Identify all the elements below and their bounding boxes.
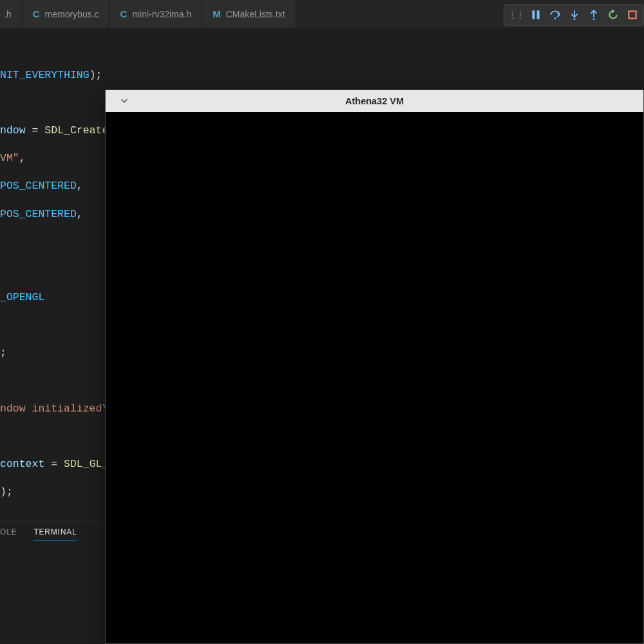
debug-toolbar: ⋮⋮ (504, 4, 644, 26)
code-token: ndow (0, 124, 26, 137)
code-token: NIT_EVERYTHING (0, 69, 90, 81)
tab-header-h[interactable]: .h (0, 0, 23, 28)
step-out-icon[interactable] (588, 9, 601, 21)
svg-point-6 (593, 18, 595, 20)
vm-titlebar[interactable]: Athena32 VM (106, 90, 643, 112)
svg-rect-7 (629, 11, 636, 18)
panel-tab-console[interactable]: OLE (0, 527, 17, 541)
tab-cmakelists[interactable]: M CMakeLists.txt (202, 0, 296, 28)
code-token: ); (0, 486, 13, 498)
tab-label: CMakeLists.txt (226, 9, 285, 19)
c-file-icon: C (33, 8, 40, 19)
restart-icon[interactable] (607, 9, 620, 21)
code-token: , (77, 180, 83, 192)
code-token: = (44, 458, 64, 470)
step-over-icon[interactable] (549, 9, 562, 21)
tab-memorybus[interactable]: C memorybus.c (23, 0, 110, 28)
code-token: POS_CENTERED (0, 208, 77, 220)
tab-label: .h (4, 9, 12, 19)
svg-rect-1 (537, 10, 540, 19)
tab-label: mini-rv32ima.h (132, 9, 191, 19)
code-token: SDL_GL_ (64, 458, 108, 470)
tab-mini-rv32ima[interactable]: C mini-rv32ima.h (110, 0, 203, 28)
chevron-down-icon[interactable] (120, 96, 129, 107)
code-token: VM" (0, 152, 19, 164)
code-token: ndow initialized (0, 402, 102, 415)
code-token: ; (0, 346, 6, 359)
svg-point-2 (554, 17, 556, 19)
tab-bar: .h C memorybus.c C mini-rv32ima.h M CMak… (0, 0, 644, 28)
code-token: , (19, 152, 26, 164)
vm-window-content[interactable] (106, 112, 643, 643)
cmake-file-icon: M (213, 8, 221, 19)
panel-tab-terminal[interactable]: TERMINAL (33, 527, 77, 541)
svg-point-4 (574, 18, 576, 20)
step-into-icon[interactable] (569, 9, 582, 21)
code-token: _OPENGL (0, 291, 44, 303)
code-token: context (0, 458, 44, 470)
c-file-icon: C (120, 8, 128, 19)
code-token: , (77, 208, 83, 220)
vm-window-title: Athena32 VM (106, 96, 643, 106)
tab-label: memorybus.c (45, 9, 99, 19)
code-token: POS_CENTERED (0, 180, 77, 192)
code-token: ); (90, 69, 102, 81)
editor-tabs: .h C memorybus.c C mini-rv32ima.h M CMak… (0, 0, 504, 28)
svg-rect-0 (532, 10, 535, 19)
stop-icon[interactable] (627, 9, 639, 21)
pause-icon[interactable] (530, 9, 543, 21)
code-token: = (26, 124, 45, 137)
vm-window[interactable]: Athena32 VM (105, 90, 644, 644)
drag-handle-icon[interactable]: ⋮⋮ (508, 10, 524, 20)
